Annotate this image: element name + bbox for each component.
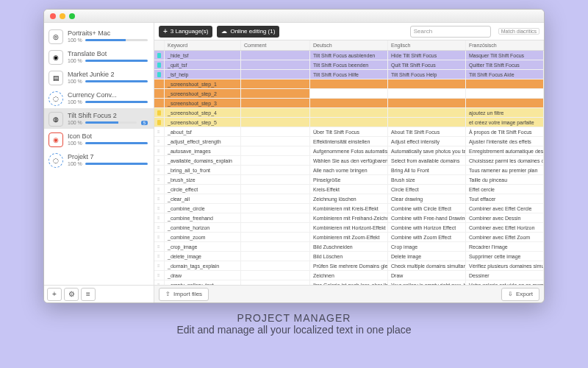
import-files-button[interactable]: ⇪ Import files [159, 288, 209, 301]
cell-englisch[interactable]: Combine with Zoom Effect [388, 233, 466, 241]
cell-keyword[interactable]: _quit_tsf [165, 60, 241, 69]
cell-deutsch[interactable]: Kombinieren mit Freihand-Zeichn... [310, 213, 388, 222]
table-row[interactable]: ≡ _combine_horizon Kombinieren mit Horiz… [154, 223, 544, 233]
cell-comment[interactable] [241, 261, 310, 270]
table-body[interactable]: _hide_tsf Tilt Shift Focus ausblenden Hi… [154, 51, 544, 285]
cell-franzoesisch[interactable]: Masquer Tilt Shift Focus [466, 51, 544, 60]
cell-deutsch[interactable]: Kreis-Effekt [310, 185, 388, 194]
cell-comment[interactable] [241, 137, 310, 146]
cell-englisch[interactable]: Bring All to Front [388, 166, 466, 174]
cell-englisch[interactable] [388, 99, 466, 107]
cell-keyword[interactable]: _domain_tags_explain [165, 261, 241, 270]
cell-keyword[interactable]: _combine_horizon [165, 223, 241, 232]
cell-comment[interactable] [241, 166, 310, 174]
cell-franzoesisch[interactable]: Ajuster l'intensité des effets [466, 137, 544, 146]
cell-keyword[interactable]: _screenshoot_step_1 [165, 79, 241, 88]
language-selector[interactable]: + 3 Language(s) [159, 26, 212, 38]
cell-englisch[interactable]: Crop image [388, 242, 466, 251]
cell-englisch[interactable]: Circle Effect [388, 185, 466, 194]
cell-comment[interactable] [241, 51, 310, 60]
cell-deutsch[interactable]: Tilt Shift Focus beenden [310, 60, 388, 69]
search-input[interactable]: Search [410, 26, 491, 38]
table-row[interactable]: ≡ _adjust_effect_strength Effektintensit… [154, 137, 544, 146]
table-row[interactable]: _hide_tsf Tilt Shift Focus ausblenden Hi… [154, 51, 544, 60]
table-row[interactable]: _screenshoot_step_4 ajoutez un filtre [154, 108, 544, 118]
cell-comment[interactable] [241, 185, 310, 194]
header-keyword[interactable]: Keyword [165, 40, 241, 50]
cell-comment[interactable] [241, 118, 310, 127]
cell-comment[interactable] [241, 127, 310, 136]
cell-comment[interactable] [241, 175, 310, 184]
header-deutsch[interactable]: Deutsch [310, 40, 388, 50]
cell-deutsch[interactable]: Kombinieren mit Kreis-Effekt [310, 204, 388, 213]
cell-deutsch[interactable]: Kombinieren mit Horizont-Effekt [310, 223, 388, 232]
table-row[interactable]: ≡ _circle_effect Kreis-Effekt Circle Eff… [154, 185, 544, 194]
header-englisch[interactable]: Englisch [388, 40, 466, 50]
header-comment[interactable]: Comment [241, 40, 310, 50]
cell-deutsch[interactable]: Prüfen Sie mehrere Domains glei... [310, 261, 388, 270]
table-row[interactable]: ≡ _bring_all_to_front Alle nach vorne br… [154, 166, 544, 175]
cell-deutsch[interactable]: Pinselgröße [310, 175, 388, 184]
cell-comment[interactable] [241, 99, 310, 107]
cell-englisch[interactable] [388, 118, 466, 127]
header-franzoesisch[interactable]: Französisch [466, 40, 544, 50]
cell-comment[interactable] [241, 194, 310, 203]
cell-keyword[interactable]: _circle_effect [165, 185, 241, 194]
cell-franzoesisch[interactable]: Supprimer cette image [466, 252, 544, 261]
cell-franzoesisch[interactable]: Tilt Shift Focus Aide [466, 70, 544, 79]
cell-comment[interactable] [241, 108, 310, 117]
cell-franzoesisch[interactable]: Recadrer l'image [466, 242, 544, 251]
cell-keyword[interactable]: _draw [165, 271, 241, 280]
cell-englisch[interactable]: About Tilt Shift Focus [388, 127, 466, 136]
cell-keyword[interactable]: _available_domains_explain [165, 156, 241, 165]
cell-englisch[interactable]: Automatically save photos you take [388, 146, 466, 155]
cell-franzoesisch[interactable] [466, 79, 544, 88]
cell-englisch[interactable]: Clear drawing [388, 194, 466, 203]
cell-deutsch[interactable] [310, 79, 388, 88]
cell-keyword[interactable]: _crop_image [165, 242, 241, 251]
cell-franzoesisch[interactable]: Enregistrement automatique des... [466, 146, 544, 155]
sidebar-item-project[interactable]: ▤ Market Junkie 2 100 % [44, 67, 154, 88]
sidebar-item-project[interactable]: ◎ Portraits+ Mac 100 % [44, 26, 154, 46]
cell-comment[interactable] [241, 89, 310, 98]
cell-comment[interactable] [241, 213, 310, 222]
sidebar-item-project[interactable]: ◍ Tilt Shift Focus 2 100 % 5 [44, 108, 154, 129]
table-row[interactable]: ≡ _clear_all Zeichnung löschen Clear dra… [154, 194, 544, 204]
cell-franzoesisch[interactable]: Vérifiez plusieurs domaines simul... [466, 261, 544, 270]
cell-keyword[interactable]: _screenshoot_step_2 [165, 89, 241, 98]
cell-franzoesisch[interactable]: Tous ramener au premier plan [466, 166, 544, 174]
table-row[interactable]: ≡ _available_domains_explain Wählen Sie … [154, 156, 544, 166]
cell-franzoesisch[interactable]: ajoutez un filtre [466, 108, 544, 117]
cell-keyword[interactable]: _autosave_images [165, 146, 241, 155]
cell-keyword[interactable]: _combine_freehand [165, 213, 241, 222]
add-project-button[interactable]: + [47, 288, 62, 301]
table-row[interactable]: ≡ _about_tsf Über Tilt Shift Focus About… [154, 127, 544, 137]
table-row[interactable]: _screenshoot_step_1 [154, 79, 544, 89]
table-row[interactable]: ≡ _draw Zeichnen Draw Dessiner [154, 271, 544, 280]
cell-keyword[interactable]: _bring_all_to_front [165, 166, 241, 174]
cell-comment[interactable] [241, 79, 310, 88]
cell-franzoesisch[interactable] [466, 99, 544, 107]
cell-englisch[interactable]: Check multiple domains simultan... [388, 261, 466, 270]
cell-franzoesisch[interactable]: Taille du pinceau [466, 175, 544, 184]
cell-keyword[interactable]: _adjust_effect_strength [165, 137, 241, 146]
cell-keyword[interactable]: _screenshoot_step_5 [165, 118, 241, 127]
cell-keyword[interactable]: _about_tsf [165, 127, 241, 136]
cell-deutsch[interactable] [310, 89, 388, 98]
cell-franzoesisch[interactable]: Combiner avec Effet Horizon [466, 223, 544, 232]
cell-deutsch[interactable]: Bild Zuschneiden [310, 242, 388, 251]
cell-englisch[interactable]: Select from available domains [388, 156, 466, 165]
cell-comment[interactable] [241, 233, 310, 241]
cell-keyword[interactable]: _screenshoot_step_3 [165, 99, 241, 107]
match-diacritics-toggle[interactable]: Match diacritics [498, 28, 539, 35]
cell-keyword[interactable]: _brush_size [165, 175, 241, 184]
cell-keyword[interactable]: _clear_all [165, 194, 241, 203]
cell-keyword[interactable]: _hide_tsf [165, 51, 241, 60]
table-row[interactable]: ≡ _combine_freehand Kombinieren mit Frei… [154, 213, 544, 223]
cell-franzoesisch[interactable]: Combiner avec Effet Cercle [466, 204, 544, 213]
table-row[interactable]: ≡ _combine_zoom Kombinieren mit Zoom-Eff… [154, 233, 544, 242]
sort-button[interactable]: ≡ [81, 288, 96, 301]
table-row[interactable]: ≡ _crop_image Bild Zuschneiden Crop imag… [154, 242, 544, 252]
table-row[interactable]: ≡ _delete_image Bild Löschen Delete imag… [154, 252, 544, 261]
cell-englisch[interactable]: Quit Tilt Shift Focus [388, 60, 466, 69]
